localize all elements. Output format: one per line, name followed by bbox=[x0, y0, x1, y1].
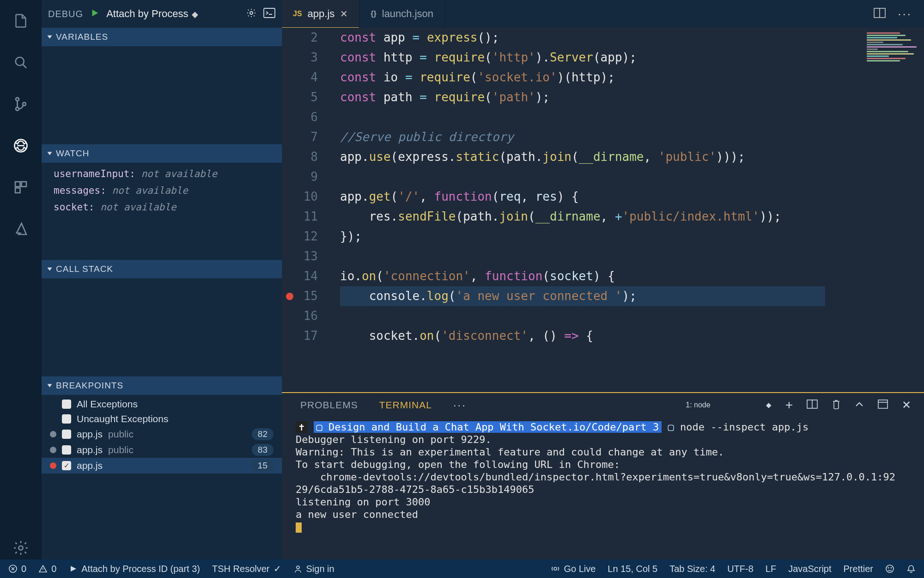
code-line[interactable]: io.on('connection', function(socket) { bbox=[340, 266, 825, 286]
status-tsh-resolver[interactable]: TSH Resolver ✓ bbox=[212, 563, 281, 574]
gutter-breakpoint[interactable] bbox=[282, 87, 298, 107]
terminal-output[interactable]: ✝ ▢ Design and Build a Chat App With Soc… bbox=[282, 417, 924, 560]
status-signin[interactable]: Sign in bbox=[293, 564, 334, 574]
start-debug-icon[interactable] bbox=[90, 8, 100, 20]
status-tabsize[interactable]: Tab Size: 4 bbox=[669, 564, 715, 574]
source-control-icon[interactable] bbox=[9, 92, 32, 116]
gutter-breakpoint[interactable] bbox=[282, 68, 298, 87]
gutter-breakpoint[interactable] bbox=[282, 48, 298, 68]
tab-app-js[interactable]: JS app.js ✕ bbox=[282, 0, 359, 28]
svg-point-9 bbox=[250, 12, 253, 14]
minimap[interactable] bbox=[865, 31, 920, 105]
search-icon[interactable] bbox=[9, 51, 32, 74]
panel-tab-problems[interactable]: PROBLEMS bbox=[300, 400, 358, 411]
debug-config-select[interactable]: Attach by Process◆ bbox=[106, 8, 239, 20]
gutter-breakpoint[interactable] bbox=[282, 127, 298, 147]
code-line[interactable]: //Serve public directory bbox=[340, 127, 825, 147]
status-cursor[interactable]: Ln 15, Col 5 bbox=[608, 564, 657, 574]
debug-icon[interactable] bbox=[9, 134, 32, 157]
close-panel-icon[interactable]: ✕ bbox=[902, 399, 911, 412]
code-line[interactable]: const app = express(); bbox=[340, 28, 825, 48]
kill-terminal-icon[interactable] bbox=[832, 399, 841, 411]
bottom-panel: PROBLEMS TERMINAL ··· 1: node◆ + ✕ ✝ ▢ D… bbox=[282, 392, 924, 560]
gutter-breakpoint[interactable] bbox=[282, 306, 298, 326]
new-terminal-icon[interactable]: + bbox=[785, 398, 793, 412]
status-language[interactable]: JavaScript bbox=[788, 564, 831, 574]
watch-section-header[interactable]: WATCH bbox=[42, 144, 282, 163]
code-line[interactable] bbox=[340, 306, 825, 326]
status-bell-icon[interactable] bbox=[906, 564, 916, 573]
variables-section-header[interactable]: VARIABLES bbox=[42, 28, 282, 46]
gutter-breakpoint[interactable] bbox=[282, 207, 298, 227]
gutter-breakpoint[interactable] bbox=[282, 266, 298, 286]
watch-title: WATCH bbox=[56, 148, 90, 159]
status-warnings[interactable]: 0 bbox=[38, 564, 56, 574]
breakpoint-row[interactable]: app.js public 82 bbox=[42, 426, 282, 442]
watch-row[interactable]: socket: not available bbox=[42, 199, 282, 215]
terminal-select[interactable]: 1: node◆ bbox=[686, 401, 771, 409]
breakpoint-row[interactable]: ✓ app.js 15 bbox=[42, 458, 282, 473]
debug-settings-icon[interactable] bbox=[246, 7, 257, 20]
checkbox-icon[interactable] bbox=[62, 430, 71, 439]
more-actions-icon[interactable]: ··· bbox=[898, 7, 912, 21]
gutter-breakpoint[interactable] bbox=[282, 167, 298, 187]
status-prettier[interactable]: Prettier bbox=[844, 564, 873, 574]
code-line[interactable] bbox=[340, 107, 825, 127]
status-feedback-icon[interactable] bbox=[885, 564, 894, 573]
panel-overflow-icon[interactable]: ··· bbox=[453, 399, 467, 412]
gutter-breakpoint[interactable] bbox=[282, 187, 298, 207]
breakpoint-line-badge: 82 bbox=[252, 428, 274, 440]
gutter-breakpoint[interactable] bbox=[282, 28, 298, 48]
watch-row[interactable]: messages: not available bbox=[42, 182, 282, 199]
status-errors[interactable]: 0 bbox=[8, 564, 26, 574]
status-encoding[interactable]: UTF-8 bbox=[727, 564, 754, 574]
status-bar: 0 0 Attach by Process ID (part 3) TSH Re… bbox=[0, 560, 924, 578]
checkbox-icon[interactable]: ✓ bbox=[62, 461, 71, 470]
settings-gear-icon[interactable] bbox=[9, 536, 32, 560]
code-line[interactable]: const http = require('http').Server(app)… bbox=[340, 48, 825, 68]
gutter-breakpoint[interactable] bbox=[282, 227, 298, 246]
gutter-breakpoint[interactable] bbox=[282, 286, 298, 306]
panel-up-icon[interactable] bbox=[855, 401, 864, 409]
code-editor[interactable]: 234567891011121314151617 const app = exp… bbox=[282, 28, 924, 392]
code-line[interactable]: console.log('a new user connected '); bbox=[340, 286, 825, 306]
azure-icon[interactable] bbox=[9, 217, 32, 240]
code-line[interactable] bbox=[340, 246, 825, 266]
code-line[interactable]: }); bbox=[340, 227, 825, 246]
breakpoint-uncaught-exceptions[interactable]: Uncaught Exceptions bbox=[42, 412, 282, 426]
line-number: 7 bbox=[298, 127, 318, 147]
code-line[interactable]: app.use(express.static(path.join(__dirna… bbox=[340, 147, 825, 167]
debug-console-icon[interactable] bbox=[263, 8, 275, 20]
gutter-breakpoint[interactable] bbox=[282, 326, 298, 346]
breakpoint-row[interactable]: app.js public 83 bbox=[42, 442, 282, 458]
tab-launch-json[interactable]: {} launch.json bbox=[359, 0, 445, 28]
checkbox-icon[interactable] bbox=[62, 414, 71, 424]
code-line[interactable] bbox=[340, 167, 825, 187]
code-line[interactable]: res.sendFile(path.join(__dirname, +'publ… bbox=[340, 207, 825, 227]
gutter-breakpoint[interactable] bbox=[282, 107, 298, 127]
explorer-icon[interactable] bbox=[9, 9, 32, 32]
code-line[interactable]: const path = require('path'); bbox=[340, 87, 825, 107]
code-line[interactable]: socket.on('disconnect', () => { bbox=[340, 326, 825, 346]
close-icon[interactable]: ✕ bbox=[340, 8, 348, 19]
watch-row[interactable]: usernameInput: not available bbox=[42, 166, 282, 182]
extensions-icon[interactable] bbox=[9, 176, 32, 199]
status-eol[interactable]: LF bbox=[766, 564, 776, 574]
split-terminal-icon[interactable] bbox=[807, 400, 818, 411]
breakpoint-all-exceptions[interactable]: All Exceptions bbox=[42, 397, 282, 412]
callstack-title: CALL STACK bbox=[56, 264, 113, 274]
maximize-panel-icon[interactable] bbox=[878, 400, 888, 411]
checkbox-icon[interactable] bbox=[62, 445, 71, 455]
panel-tab-terminal[interactable]: TERMINAL bbox=[379, 400, 432, 411]
split-editor-icon[interactable] bbox=[874, 8, 886, 20]
gutter-breakpoint[interactable] bbox=[282, 147, 298, 167]
code-line[interactable]: app.get('/', function(req, res) { bbox=[340, 187, 825, 207]
status-golive[interactable]: Go Live bbox=[551, 564, 596, 574]
gutter-breakpoint[interactable] bbox=[282, 246, 298, 266]
status-debug-target[interactable]: Attach by Process ID (part 3) bbox=[68, 564, 200, 574]
callstack-section-header[interactable]: CALL STACK bbox=[42, 260, 282, 278]
svg-rect-7 bbox=[15, 188, 20, 193]
checkbox-icon[interactable] bbox=[62, 400, 71, 409]
breakpoints-section-header[interactable]: BREAKPOINTS bbox=[42, 376, 282, 395]
code-line[interactable]: const io = require('socket.io')(http); bbox=[340, 68, 825, 87]
